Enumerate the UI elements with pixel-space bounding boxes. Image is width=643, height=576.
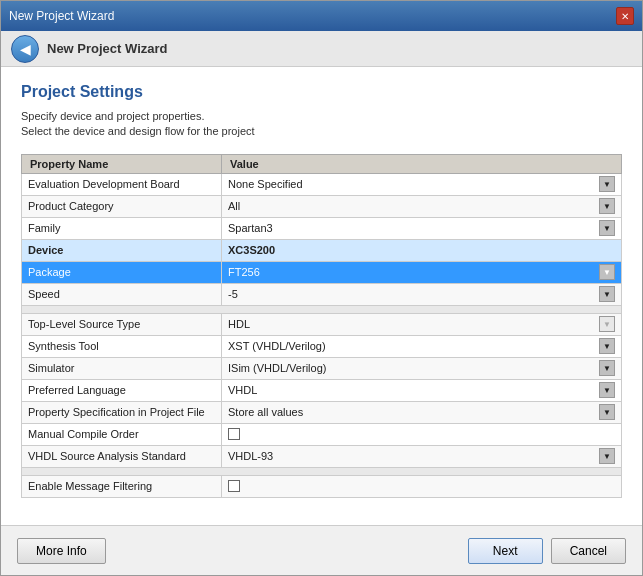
checkbox-cell[interactable] <box>222 475 622 497</box>
property-name: Top-Level Source Type <box>22 313 222 335</box>
checkbox-cell[interactable] <box>222 423 622 445</box>
text-value: XC3S200 <box>222 239 622 261</box>
dropdown-value: None Specified <box>228 178 599 190</box>
dropdown-value: VHDL <box>228 384 599 396</box>
nav-bar: ◀ New Project Wizard <box>1 31 642 67</box>
description: Specify device and project properties. S… <box>21 109 622 140</box>
title-bar-left: New Project Wizard <box>9 9 114 23</box>
col-header-property: Property Name <box>22 154 222 173</box>
property-name: Package <box>22 261 222 283</box>
dropdown-arrow-icon[interactable]: ▼ <box>599 264 615 280</box>
settings-table: Property Name Value Evaluation Developme… <box>21 154 622 498</box>
wizard-title: New Project Wizard <box>47 41 168 56</box>
table-row: Enable Message Filtering <box>22 475 622 497</box>
dropdown-arrow-icon[interactable]: ▼ <box>599 338 615 354</box>
dropdown-value: -5 <box>228 288 599 300</box>
dropdown-cell[interactable]: VHDL-93▼ <box>222 445 622 467</box>
property-name: Manual Compile Order <box>22 423 222 445</box>
more-info-button[interactable]: More Info <box>17 538 106 564</box>
property-name: Family <box>22 217 222 239</box>
dropdown-arrow-icon[interactable]: ▼ <box>599 382 615 398</box>
table-row: Product CategoryAll▼ <box>22 195 622 217</box>
next-button[interactable]: Next <box>468 538 543 564</box>
col-header-value: Value <box>222 154 622 173</box>
table-row: FamilySpartan3▼ <box>22 217 622 239</box>
property-name: Simulator <box>22 357 222 379</box>
property-name: Property Specification in Project File <box>22 401 222 423</box>
dropdown-value: VHDL-93 <box>228 450 599 462</box>
table-row: Preferred LanguageVHDL▼ <box>22 379 622 401</box>
dropdown-value: HDL <box>228 318 599 330</box>
table-row: SimulatorISim (VHDL/Verilog)▼ <box>22 357 622 379</box>
table-row: DeviceXC3S200 <box>22 239 622 261</box>
checkbox-input[interactable] <box>228 428 240 440</box>
title-bar: New Project Wizard ✕ <box>1 1 642 31</box>
back-icon: ◀ <box>20 41 31 57</box>
dropdown-value: Store all values <box>228 406 599 418</box>
footer: More Info Next Cancel <box>1 525 642 575</box>
table-row: VHDL Source Analysis StandardVHDL-93▼ <box>22 445 622 467</box>
property-name: Enable Message Filtering <box>22 475 222 497</box>
footer-right: Next Cancel <box>468 538 626 564</box>
window-title: New Project Wizard <box>9 9 114 23</box>
dropdown-value: All <box>228 200 599 212</box>
wizard-window: New Project Wizard ✕ ◀ New Project Wizar… <box>0 0 643 576</box>
page-title: Project Settings <box>21 83 622 101</box>
property-name: Speed <box>22 283 222 305</box>
dropdown-arrow-icon[interactable]: ▼ <box>599 198 615 214</box>
dropdown-arrow-icon[interactable]: ▼ <box>599 404 615 420</box>
dropdown-cell[interactable]: None Specified▼ <box>222 173 622 195</box>
dropdown-value: FT256 <box>228 266 599 278</box>
dropdown-arrow-icon[interactable]: ▼ <box>599 448 615 464</box>
table-row: Synthesis ToolXST (VHDL/Verilog)▼ <box>22 335 622 357</box>
dropdown-arrow-icon[interactable]: ▼ <box>599 176 615 192</box>
table-row: Property Specification in Project FileSt… <box>22 401 622 423</box>
dropdown-value: Spartan3 <box>228 222 599 234</box>
property-name: Device <box>22 239 222 261</box>
dropdown-cell[interactable]: Spartan3▼ <box>222 217 622 239</box>
dropdown-value: ISim (VHDL/Verilog) <box>228 362 599 374</box>
dropdown-cell[interactable]: -5▼ <box>222 283 622 305</box>
dropdown-cell[interactable]: XST (VHDL/Verilog)▼ <box>222 335 622 357</box>
property-name: VHDL Source Analysis Standard <box>22 445 222 467</box>
table-row: Evaluation Development BoardNone Specifi… <box>22 173 622 195</box>
table-row: Manual Compile Order <box>22 423 622 445</box>
dropdown-cell[interactable]: VHDL▼ <box>222 379 622 401</box>
dropdown-arrow-icon[interactable]: ▼ <box>599 360 615 376</box>
dropdown-cell[interactable]: Store all values▼ <box>222 401 622 423</box>
dropdown-cell[interactable]: ISim (VHDL/Verilog)▼ <box>222 357 622 379</box>
dropdown-cell[interactable]: All▼ <box>222 195 622 217</box>
dropdown-arrow-icon[interactable]: ▼ <box>599 316 615 332</box>
property-name: Product Category <box>22 195 222 217</box>
property-name: Synthesis Tool <box>22 335 222 357</box>
dropdown-arrow-icon[interactable]: ▼ <box>599 286 615 302</box>
content-area: Project Settings Specify device and proj… <box>1 67 642 525</box>
property-name: Preferred Language <box>22 379 222 401</box>
table-row <box>22 305 622 313</box>
table-row: Speed-5▼ <box>22 283 622 305</box>
property-name: Evaluation Development Board <box>22 173 222 195</box>
dropdown-arrow-icon[interactable]: ▼ <box>599 220 615 236</box>
dropdown-cell[interactable]: FT256▼ <box>222 261 622 283</box>
table-row <box>22 467 622 475</box>
close-button[interactable]: ✕ <box>616 7 634 25</box>
checkbox-input[interactable] <box>228 480 240 492</box>
dropdown-value: XST (VHDL/Verilog) <box>228 340 599 352</box>
cancel-button[interactable]: Cancel <box>551 538 626 564</box>
table-row: PackageFT256▼ <box>22 261 622 283</box>
dropdown-cell[interactable]: HDL▼ <box>222 313 622 335</box>
back-button[interactable]: ◀ <box>11 35 39 63</box>
table-row: Top-Level Source TypeHDL▼ <box>22 313 622 335</box>
